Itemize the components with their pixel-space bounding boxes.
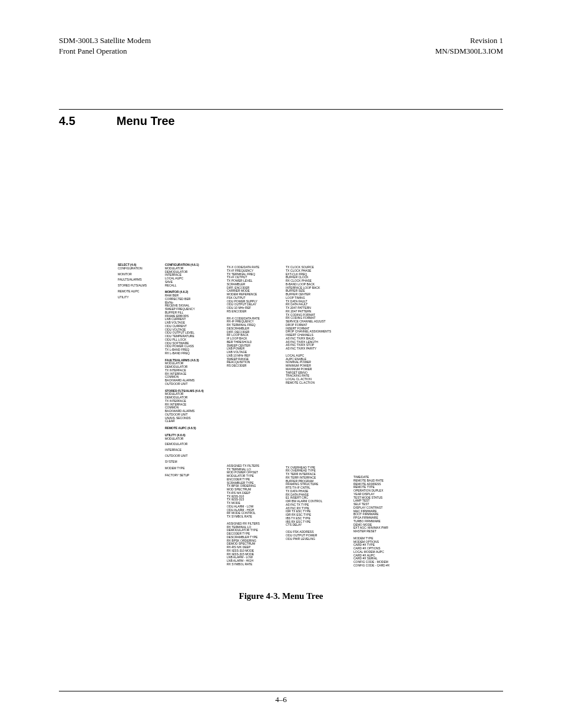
- tree-item: MODULATOR: [165, 437, 221, 441]
- tree-item: CONFIGURATION: [118, 267, 159, 271]
- tree-item: CONFIG CODE - CARD #X: [353, 564, 406, 568]
- tree-sublist: LOCAL AUPC AUPC ENABLE NOMINAL POWER MIN…: [286, 354, 348, 385]
- header-line: Front Panel Operation: [59, 46, 151, 57]
- tree-sublist: MODEM TYPE MODEM OPTIONS CARD #X TYPE CA…: [353, 537, 406, 568]
- tree-item: SYSTEM: [165, 460, 221, 464]
- tree-item: FAULTS/ALARMS: [118, 278, 159, 282]
- tree-sublist: TX-X CODE/DATA RATE TX-IF FREQUENCY TX T…: [227, 266, 280, 314]
- tree-item: RECALL: [165, 284, 221, 288]
- tree-col-level2: CONFIGURATION (4.6.1) MODULATOR DEMODULA…: [165, 263, 221, 568]
- tree-item: MONITOR: [118, 273, 159, 276]
- tree-sublist: RX-X CODE/DATA RATE RX-IF FREQUENCY RX T…: [227, 317, 280, 368]
- tree-sublist: ASSIGNED TX FILTERS TX TERMINAL LO MOD P…: [227, 465, 280, 519]
- tree-item: MODEM TYPE: [165, 467, 221, 470]
- tree-col-level3: TX-X CODE/DATA RATE TX-IF FREQUENCY TX T…: [227, 263, 280, 568]
- tree-item: MASTER RESET: [353, 530, 406, 533]
- tree-item: OUTDOOR UNIT: [165, 383, 221, 386]
- tree-item: RX SYMBOL RATE: [227, 563, 280, 566]
- tree-item: RS ENCODER: [227, 310, 280, 314]
- group-title: REMOTE AUPC (4.6.5): [165, 427, 221, 430]
- tree-item: UTILITY: [118, 296, 159, 299]
- tree-col-level4: TX CLOCK SOURCE TX CLOCK PHASE EXT-CLK F…: [286, 263, 348, 568]
- header-right: Revision 1 MN/SDM300L3.IOM: [435, 35, 503, 56]
- tree-sublist: ASSIGNED RX FILTERS RX TERMINAL LO DEMOD…: [227, 522, 280, 566]
- page: SDM-300L3 Satellite Modem Front Panel Op…: [0, 0, 562, 728]
- page-number: 4–6: [275, 695, 287, 704]
- tree-col-level5: TIME/DATE REMOTE BAUD RATE REMOTE ADDRES…: [353, 263, 406, 568]
- figure: SELECT (4.6) CONFIGURATION MONITOR FAULT…: [59, 263, 503, 601]
- tree-sublist: TX CLOCK SOURCE TX CLOCK PHASE EXT-CLK F…: [286, 266, 348, 351]
- section-heading: 4.5 Menu Tree: [59, 114, 503, 128]
- header-line: SDM-300L3 Satellite Modem: [59, 35, 151, 46]
- tree-item: STORED FLTS/ALMS: [118, 284, 159, 288]
- tree-item: ASYNC TX/RX PARITY: [286, 347, 348, 351]
- tree-item: DEMODULATOR: [165, 443, 221, 446]
- tree-col-select: SELECT (4.6) CONFIGURATION MONITOR FAULT…: [118, 263, 159, 568]
- tree-item: CTS DELAY: [286, 523, 348, 527]
- section-rule: [59, 109, 503, 110]
- tree-item: OUTDOOR UNIT: [165, 454, 221, 458]
- section-number: 4.5: [59, 114, 75, 128]
- tree-item: RX L-BAND FREQ: [165, 352, 221, 355]
- tree-item: REMOTE AUPC: [118, 290, 159, 294]
- header-left: SDM-300L3 Satellite Modem Front Panel Op…: [59, 35, 151, 56]
- tree-item: TX SYMBOL RATE: [227, 515, 280, 519]
- tree-sublist: ODU FSK ADDRESS ODU OUTPUT POWER ODU PWR…: [286, 531, 348, 541]
- menu-tree-diagram: SELECT (4.6) CONFIGURATION MONITOR FAULT…: [118, 263, 459, 568]
- tree-item: RS DECODER: [227, 364, 280, 368]
- section-title: Menu Tree: [117, 114, 175, 128]
- page-footer: 4–6: [59, 691, 503, 704]
- tree-item: INTERFACE: [165, 449, 221, 452]
- header-line: Revision 1: [435, 35, 503, 46]
- tree-item: ODU PWR LEVELING: [286, 538, 348, 541]
- tree-item: REMOTE CL ACTION: [286, 381, 348, 385]
- tree-item: FACTORY SETUP: [165, 474, 221, 477]
- tree-sublist: TIME/DATE REMOTE BAUD RATE REMOTE ADDRES…: [353, 476, 406, 533]
- tree-sublist: TX OVERHEAD TYPE RX OVERHEAD TYPE TX TER…: [286, 466, 348, 528]
- page-header: SDM-300L3 Satellite Modem Front Panel Op…: [59, 35, 503, 56]
- tree-item: CLEAR: [165, 420, 221, 423]
- figure-caption: Figure 4-3. Menu Tree: [59, 591, 503, 601]
- header-line: MN/SDM300L3.IOM: [435, 46, 503, 57]
